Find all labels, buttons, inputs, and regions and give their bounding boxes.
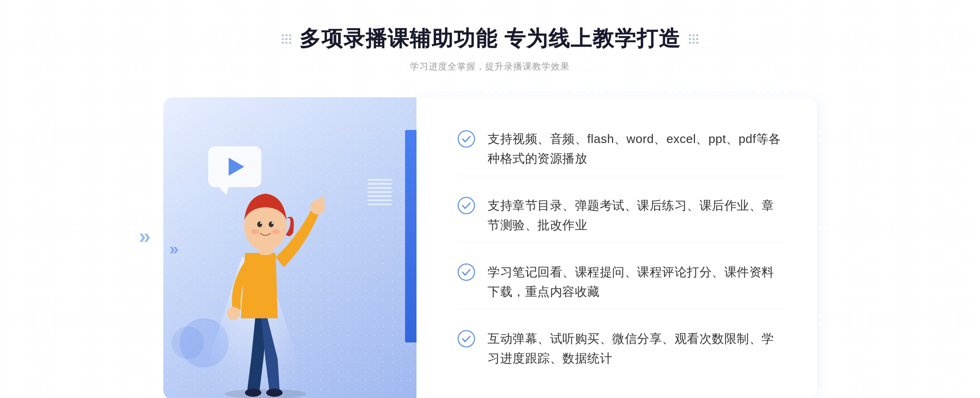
svg-point-12: [272, 229, 280, 234]
feature-item-1: 支持视频、音频、flash、word、excel、ppt、pdf等各种格式的资源…: [457, 122, 784, 176]
svg-point-13: [458, 131, 474, 147]
svg-point-2: [266, 389, 283, 397]
subtitle: 学习进度全掌握，提升录播课教学效果: [282, 60, 698, 73]
header-section: 多项录播课辅助功能 专为线上教学打造 学习进度全掌握，提升录播课教学效果: [282, 25, 698, 73]
feature-item-4: 互动弹幕、试听购买、微信分享、观看次数限制、学习进度跟踪、数据统计: [457, 322, 784, 376]
svg-point-11: [251, 229, 259, 234]
feature-item-3: 学习笔记回看、课程提问、课程评论打分、课件资料下载，重点内容收藏: [457, 255, 784, 309]
svg-point-9: [260, 222, 262, 224]
feature-text-2: 支持章节目录、弹题考试、课后练习、课后作业、章节测验、批改作业: [488, 196, 784, 235]
features-panel: 支持视频、音频、flash、word、excel、ppt、pdf等各种格式的资源…: [416, 97, 817, 398]
blue-bar: [405, 130, 416, 342]
check-icon-1: [457, 130, 475, 148]
left-chevron-decoration: »: [139, 224, 151, 248]
svg-point-7: [257, 221, 262, 227]
stripe-decoration: [368, 179, 392, 212]
svg-point-1: [245, 389, 261, 397]
svg-point-10: [272, 222, 273, 224]
right-decoration: [689, 34, 698, 44]
chevron-left-icon: »: [169, 239, 178, 258]
svg-point-4: [227, 307, 240, 320]
feature-item-2: 支持章节目录、弹题考试、课后练习、课后作业、章节测验、批改作业: [457, 188, 784, 243]
left-decoration: [282, 34, 291, 44]
feature-text-3: 学习笔记回看、课程提问、课程评论打分、课件资料下载，重点内容收藏: [488, 262, 784, 302]
svg-point-15: [458, 264, 474, 280]
page-container: 多项录播课辅助功能 专为线上教学打造 学习进度全掌握，提升录播课教学效果: [0, 0, 980, 398]
title-row: 多项录播课辅助功能 专为线上教学打造: [282, 25, 698, 53]
feature-text-1: 支持视频、音频、flash、word、excel、ppt、pdf等各种格式的资源…: [488, 129, 784, 168]
svg-point-8: [269, 221, 274, 227]
illustration-area: »: [163, 97, 416, 398]
svg-point-14: [458, 197, 474, 214]
svg-point-0: [225, 389, 306, 398]
check-icon-4: [457, 330, 475, 348]
main-title: 多项录播课辅助功能 专为线上教学打造: [299, 25, 681, 53]
svg-point-16: [458, 331, 474, 347]
content-section: »: [163, 97, 817, 398]
check-icon-2: [457, 197, 475, 215]
feature-text-4: 互动弹幕、试听购买、微信分享、观看次数限制、学习进度跟踪、数据统计: [488, 329, 784, 368]
check-icon-3: [457, 263, 475, 281]
person-illustration: [188, 163, 343, 398]
